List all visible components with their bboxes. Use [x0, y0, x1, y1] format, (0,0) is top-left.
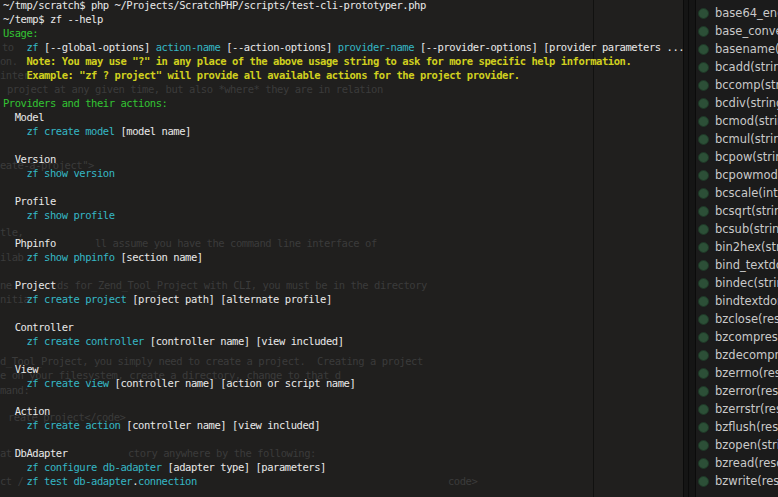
function-name: bzdecompre — [715, 348, 778, 362]
function-list-item[interactable]: base_conver — [696, 22, 778, 40]
terminal-line — [3, 432, 697, 446]
function-list-item[interactable]: bcmod(strin — [696, 112, 778, 130]
function-list-item[interactable]: base64_enco — [696, 4, 778, 22]
terminal-line: zf show profile — [3, 208, 697, 222]
function-list-item[interactable]: bindtextdom — [696, 292, 778, 310]
terminal-line — [3, 390, 697, 404]
terminal-line: Action — [3, 404, 697, 418]
function-name: bzwrite(reso — [715, 474, 778, 488]
function-list-item[interactable]: bzwrite(reso — [696, 472, 778, 490]
terminal-line: Usage: — [3, 26, 697, 40]
function-name: bzerrstr(res — [715, 402, 778, 416]
desktop-screen: toon.interproject at any given time, but… — [0, 0, 778, 497]
panel-divider — [683, 0, 696, 497]
function-list-item[interactable]: bcadd(string — [696, 58, 778, 76]
terminal-line: Providers and their actions: — [3, 96, 697, 110]
function-list-item[interactable]: bcsqrt(strin — [696, 202, 778, 220]
function-list-item[interactable]: bccomp(stri — [696, 76, 778, 94]
function-name: bzread(reso — [715, 456, 778, 470]
terminal-line: zf create action [controller name] [view… — [3, 418, 697, 432]
function-list-item[interactable]: bzread(reso — [696, 454, 778, 472]
function-icon — [698, 404, 709, 415]
function-name: base_conver — [715, 24, 778, 38]
function-list-item[interactable]: bzerrstr(res — [696, 400, 778, 418]
function-name: bin2hex(stri — [715, 240, 778, 254]
function-icon — [698, 260, 709, 271]
function-name: basename(st — [715, 42, 778, 56]
function-icon — [698, 314, 709, 325]
function-name: bcsub(string — [715, 222, 778, 236]
terminal-line — [3, 82, 697, 96]
function-icon — [698, 80, 709, 91]
terminal-line — [3, 222, 697, 236]
function-name: bindec(strin — [715, 276, 778, 290]
function-icon — [698, 368, 709, 379]
function-list-item[interactable]: bzerrno(reso — [696, 364, 778, 382]
function-name: bcpow(strin — [715, 150, 778, 164]
function-name: bccomp(stri — [715, 78, 778, 92]
function-list-item[interactable]: bzerror(reso — [696, 382, 778, 400]
function-list-item[interactable]: bzclose(reso — [696, 310, 778, 328]
function-list-item[interactable]: bzcompress( — [696, 328, 778, 346]
terminal-line: Phpinfo — [3, 236, 697, 250]
function-name: bzerrno(reso — [715, 366, 778, 380]
terminal-line — [3, 306, 697, 320]
terminal-line: Version — [3, 152, 697, 166]
function-icon — [698, 170, 709, 181]
function-list-item[interactable]: bcscale(int $ — [696, 184, 778, 202]
function-name: bcscale(int $ — [715, 186, 778, 200]
terminal-line: View — [3, 362, 697, 376]
terminal-line: zf [--global-options] action-name [--act… — [3, 40, 697, 54]
function-icon — [698, 152, 709, 163]
function-name: bcmod(strin — [715, 114, 778, 128]
terminal-line — [3, 180, 697, 194]
terminal-line: zf show version — [3, 166, 697, 180]
terminal-line: zf create model [model name] — [3, 124, 697, 138]
function-list-item[interactable]: bzdecompre — [696, 346, 778, 364]
terminal-line — [3, 348, 697, 362]
function-icon — [698, 98, 709, 109]
terminal-line: zf test db-adapter.connection — [3, 474, 697, 488]
function-list-item[interactable]: bin2hex(stri — [696, 238, 778, 256]
function-name: bzflush(reso — [715, 420, 778, 434]
function-icon — [698, 188, 709, 199]
function-list-item[interactable]: bcpow(strin — [696, 148, 778, 166]
terminal-line: Example: "zf ? project" will provide all… — [3, 68, 697, 82]
function-icon — [698, 44, 709, 55]
function-icon — [698, 296, 709, 307]
terminal-line: ~/tmp/scratch$ php ~/Projects/ScratchPHP… — [3, 0, 697, 12]
function-name: bzopen(strin — [715, 438, 778, 452]
function-list-item[interactable]: basename(st — [696, 40, 778, 58]
terminal-line: zf configure db-adapter [adapter type] [… — [3, 460, 697, 474]
function-list-item[interactable]: bcmul(string — [696, 130, 778, 148]
terminal-line: zf create controller [controller name] [… — [3, 334, 697, 348]
function-list-item[interactable]: bcdiv(string — [696, 94, 778, 112]
terminal-line: Controller — [3, 320, 697, 334]
function-list-item[interactable]: bindec(strin — [696, 274, 778, 292]
function-icon — [698, 350, 709, 361]
function-icon — [698, 440, 709, 451]
function-list-panel[interactable]: base64_encobase_converbasename(stbcadd(s… — [696, 0, 778, 497]
function-name: bzerror(reso — [715, 384, 778, 398]
function-icon — [698, 62, 709, 73]
terminal-line: Profile — [3, 194, 697, 208]
function-list-item[interactable]: bcpowmod(s — [696, 166, 778, 184]
terminal-line — [3, 138, 697, 152]
function-list-item[interactable]: bcsub(string — [696, 220, 778, 238]
function-name: bcmul(string — [715, 132, 778, 146]
function-list-item[interactable]: bzopen(strin — [696, 436, 778, 454]
function-list-item[interactable]: bzflush(reso — [696, 418, 778, 436]
function-icon — [698, 278, 709, 289]
terminal-output: ~/tmp/scratch$ php ~/Projects/ScratchPHP… — [3, 0, 697, 488]
function-icon — [698, 242, 709, 253]
function-icon — [698, 26, 709, 37]
terminal-line: zf create project [project path] [altern… — [3, 292, 697, 306]
function-name: bcpowmod(s — [715, 168, 778, 182]
function-name: bindtextdom — [715, 294, 778, 308]
terminal-line: Project — [3, 278, 697, 292]
function-name: base64_enco — [715, 6, 778, 20]
function-icon — [698, 386, 709, 397]
function-name: bcsqrt(strin — [715, 204, 778, 218]
function-icon — [698, 458, 709, 469]
function-list-item[interactable]: bind_textdo — [696, 256, 778, 274]
